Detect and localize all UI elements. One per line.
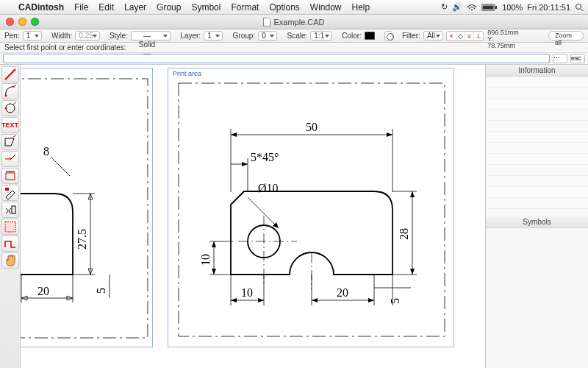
tool-arc[interactable] bbox=[1, 83, 19, 99]
menu-layer[interactable]: Layer bbox=[119, 2, 151, 13]
filter-select[interactable]: All bbox=[423, 31, 444, 40]
style-select[interactable]: — Solid — bbox=[131, 31, 171, 40]
svg-line-13 bbox=[11, 155, 15, 159]
tool-leader[interactable] bbox=[1, 151, 19, 167]
svg-line-38 bbox=[248, 197, 279, 228]
document-icon bbox=[263, 18, 270, 26]
width-label: Width: bbox=[51, 32, 72, 40]
snap-btn-2[interactable]: ◇ bbox=[456, 32, 465, 40]
menu-format[interactable]: Format bbox=[226, 2, 264, 13]
svg-line-5 bbox=[5, 69, 15, 79]
drawing-canvas[interactable]: 8 27.5 20 5 10 bbox=[21, 65, 485, 368]
menu-group[interactable]: Group bbox=[151, 2, 186, 13]
width-select[interactable]: 0.25 bbox=[75, 31, 99, 40]
filter-label: Filter: bbox=[402, 32, 420, 40]
tool-select[interactable] bbox=[1, 219, 19, 235]
menu-symbol[interactable]: Symbol bbox=[186, 2, 226, 13]
tool-line[interactable] bbox=[1, 66, 19, 82]
svg-line-10 bbox=[13, 102, 16, 105]
snap-button-group[interactable]: × ◇ ≡ ⊥ bbox=[446, 31, 484, 41]
menu-options[interactable]: Options bbox=[264, 2, 304, 13]
svg-line-4 bbox=[581, 9, 583, 11]
window-close-button[interactable] bbox=[6, 18, 14, 26]
window-minimize-button[interactable] bbox=[18, 18, 26, 26]
svg-point-3 bbox=[576, 4, 581, 9]
svg-line-11 bbox=[13, 135, 16, 137]
menubar-clock: Fri 20:11:51 bbox=[527, 3, 570, 12]
dim-left-h275: 27.5 bbox=[76, 229, 88, 250]
svg-rect-14 bbox=[6, 173, 15, 180]
svg-point-9 bbox=[4, 107, 7, 110]
tool-pan[interactable] bbox=[1, 252, 19, 269]
dim-left-h5: 5 bbox=[95, 288, 107, 294]
gear-icon[interactable] bbox=[384, 31, 392, 40]
dim-w10: 10 bbox=[241, 286, 253, 299]
panel-symbols-body bbox=[486, 228, 588, 368]
app-name[interactable]: CADintosh bbox=[13, 2, 69, 13]
command-input[interactable] bbox=[3, 54, 550, 63]
group-select[interactable]: 0 bbox=[258, 31, 277, 40]
group-label: Group: bbox=[233, 32, 256, 40]
dim-w50: 50 bbox=[306, 121, 318, 133]
panel-information-header[interactable]: Information bbox=[486, 65, 588, 77]
scale-select[interactable]: 1:1 bbox=[310, 31, 331, 40]
battery-icon bbox=[481, 4, 498, 11]
dim-left-a8: 8 bbox=[43, 145, 49, 158]
svg-rect-16 bbox=[5, 188, 9, 191]
window-title: Example.CAD bbox=[0, 18, 588, 26]
menu-edit[interactable]: Edit bbox=[93, 2, 119, 13]
tool-hatch[interactable] bbox=[1, 168, 19, 184]
svg-rect-17 bbox=[12, 206, 15, 213]
sync-icon: ↻ bbox=[441, 2, 448, 12]
layer-label: Layer: bbox=[180, 32, 201, 40]
pen-select[interactable]: 1 bbox=[23, 31, 42, 40]
snap-btn-1[interactable]: × bbox=[447, 32, 456, 40]
svg-line-20 bbox=[51, 157, 70, 176]
menu-help[interactable]: Help bbox=[347, 2, 376, 13]
battery-percentage: 100% bbox=[502, 3, 523, 12]
tool-polyline[interactable] bbox=[1, 236, 19, 252]
spotlight-icon[interactable] bbox=[575, 3, 584, 12]
pen-label: Pen: bbox=[4, 32, 20, 40]
zoom-all-button[interactable]: Zoom all bbox=[548, 31, 584, 40]
dim-left-w20: 20 bbox=[37, 285, 49, 297]
style-label: Style: bbox=[110, 32, 128, 40]
esc-button[interactable]: esc bbox=[570, 54, 585, 63]
tool-edit[interactable] bbox=[1, 185, 19, 201]
dim-h5: 5 bbox=[389, 298, 401, 304]
layer-select[interactable]: 1 bbox=[204, 31, 223, 40]
dim-h10: 10 bbox=[199, 254, 212, 266]
volume-icon: 🔊 bbox=[452, 2, 462, 12]
snap-btn-4[interactable]: ⊥ bbox=[474, 32, 483, 40]
panel-information-body bbox=[486, 77, 588, 216]
svg-rect-1 bbox=[483, 5, 494, 9]
snap-btn-3[interactable]: ≡ bbox=[465, 32, 474, 40]
sheet-2: Print area 50 5*45° bbox=[168, 68, 454, 347]
scale-label: Scale: bbox=[287, 32, 308, 40]
window-zoom-button[interactable] bbox=[31, 18, 39, 26]
svg-rect-2 bbox=[495, 6, 497, 9]
menu-window[interactable]: Window bbox=[305, 2, 347, 13]
wifi-icon bbox=[467, 4, 477, 11]
svg-point-8 bbox=[6, 104, 15, 113]
coord-y-value: 78.75mm bbox=[487, 42, 515, 49]
dim-w20: 20 bbox=[337, 286, 348, 299]
panel-symbols-header[interactable]: Symbols bbox=[486, 216, 588, 228]
tool-dimension[interactable] bbox=[1, 134, 19, 150]
sheet-1: 8 27.5 20 5 10 bbox=[21, 68, 153, 347]
tool-trim[interactable] bbox=[1, 202, 19, 218]
color-swatch[interactable] bbox=[365, 32, 375, 40]
color-label: Color: bbox=[342, 32, 362, 40]
menu-file[interactable]: File bbox=[69, 2, 93, 13]
confirm-button[interactable]: ⋯ bbox=[553, 54, 567, 63]
tool-circle[interactable] bbox=[1, 100, 19, 116]
tool-text[interactable]: TEXT bbox=[1, 117, 19, 133]
dim-h28: 28 bbox=[398, 228, 410, 240]
svg-rect-18 bbox=[5, 222, 15, 232]
dim-dia: Ø10 bbox=[258, 182, 279, 194]
svg-point-6 bbox=[4, 95, 7, 97]
dim-chamfer: 5*45° bbox=[251, 151, 279, 163]
svg-rect-19 bbox=[21, 79, 148, 338]
